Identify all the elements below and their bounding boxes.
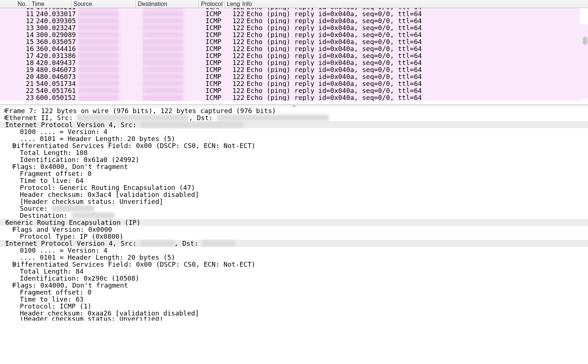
packet-list-body[interactable]: 10179.989211ICMP122Echo (ping) reply id=… xyxy=(0,8,588,104)
chevron-right-icon[interactable]: ▶ xyxy=(0,260,12,267)
packet-list-header[interactable]: No. Time Source Destination Protocol Len… xyxy=(0,0,588,8)
cell-info: Echo (ping) reply id=0x040a, seq=0/0, tt… xyxy=(247,52,588,59)
packet-row[interactable]: 21540.051734ICMP122Echo (ping) reply id=… xyxy=(0,80,588,87)
tree-row[interactable]: ▶Total Length: 84 xyxy=(0,268,588,275)
tree-row[interactable]: ▶Protocol: Generic Routing Encapsulation… xyxy=(0,184,588,191)
col-header-source[interactable]: Source xyxy=(71,0,136,8)
tree-row[interactable]: ▶Protocol: ICMP (1) xyxy=(0,303,588,310)
chevron-down-icon[interactable]: ▼ xyxy=(0,121,5,128)
col-header-protocol[interactable]: Protocol xyxy=(199,0,225,8)
pane-splitter[interactable] xyxy=(0,105,588,107)
chevron-right-icon[interactable]: ▶ xyxy=(0,163,12,170)
cell-len: 122 xyxy=(231,38,247,45)
cell-source xyxy=(78,73,142,80)
tree-label: Time to live: 63 xyxy=(20,296,83,303)
tree-row[interactable]: ▶.... 0101 = Header Length: 20 bytes (5) xyxy=(0,135,588,142)
tree-row[interactable]: ▶Fragment offset: 0 xyxy=(0,170,588,177)
tree-row[interactable]: ▶[Header checksum status: Unverified] xyxy=(0,198,588,205)
cell-source xyxy=(78,52,142,59)
chevron-right-icon[interactable]: ▶ xyxy=(0,226,12,233)
packet-list-scrollbar[interactable] xyxy=(580,8,588,104)
tree-row[interactable]: ▼Generic Routing Encapsulation (IP) xyxy=(0,219,588,226)
cell-destination xyxy=(142,10,205,17)
col-header-time[interactable]: Time xyxy=(29,0,71,8)
cell-time: 540.051734 xyxy=(36,80,78,87)
cell-no: 21 xyxy=(7,80,36,87)
tree-row[interactable]: ▶Identification: 0x61a0 (24992) xyxy=(0,156,588,163)
chevron-right-icon[interactable]: ▶ xyxy=(0,107,5,114)
packet-row[interactable]: 11240.033017ICMP122Echo (ping) reply id=… xyxy=(0,10,588,17)
tree-row[interactable]: ▶Identification: 0x290c (10508) xyxy=(0,275,588,282)
chevron-placeholder: ▶ xyxy=(0,191,20,198)
packet-row[interactable]: 15360.035057ICMP122Echo (ping) reply id=… xyxy=(0,38,588,45)
tree-row[interactable]: ▶Protocol Type: IP (0x0800) xyxy=(0,233,588,240)
packet-list-pane[interactable]: No. Time Source Destination Protocol Len… xyxy=(0,0,588,105)
tree-row[interactable]: ▶0100 .... = Version: 4 xyxy=(0,128,588,135)
cell-len: 122 xyxy=(231,80,247,87)
tree-row[interactable]: ▶Header checksum: 0x3ac4 [validation dis… xyxy=(0,191,588,198)
col-header-length[interactable]: Length xyxy=(225,0,240,8)
tree-row[interactable]: ▼Internet Protocol Version 4, Src: , Dst… xyxy=(0,240,588,247)
scroll-thumb[interactable] xyxy=(583,37,587,45)
tree-label: Protocol: Generic Routing Encapsulation … xyxy=(20,184,195,191)
chevron-down-icon[interactable]: ▼ xyxy=(0,219,5,226)
cell-info: Echo (ping) reply id=0x040a, seq=0/0, tt… xyxy=(247,17,588,24)
chevron-placeholder: ▶ xyxy=(0,233,20,239)
tree-label: Identification: 0x290c (10508) xyxy=(20,275,139,282)
tree-row[interactable]: ▶Source: xyxy=(0,205,588,212)
chevron-down-icon[interactable]: ▼ xyxy=(0,239,5,246)
tree-row[interactable]: ▶0100 .... = Version: 4 xyxy=(0,247,588,254)
tree-row[interactable]: ▶Differentiated Services Field: 0x00 (DS… xyxy=(0,261,588,268)
col-header-info[interactable]: Info xyxy=(240,0,588,8)
chevron-right-icon[interactable]: ▶ xyxy=(0,142,12,149)
tree-row[interactable]: ▶Frame 7: 122 bytes on wire (976 bits), … xyxy=(0,107,588,114)
cell-time: 360.044416 xyxy=(36,45,78,52)
packet-row[interactable]: 18420.049437ICMP122Echo (ping) reply id=… xyxy=(0,59,588,66)
tree-row[interactable]: ▼Internet Protocol Version 4, Src: xyxy=(0,121,588,128)
packet-row[interactable]: 17420.031386ICMP122Echo (ping) reply id=… xyxy=(0,52,588,59)
packet-row[interactable]: 22540.051761ICMP122Echo (ping) reply id=… xyxy=(0,87,588,94)
packet-details-pane[interactable]: ▶Frame 7: 122 bytes on wire (976 bits), … xyxy=(0,107,588,364)
cell-no: 20 xyxy=(7,73,36,80)
packet-row[interactable]: 20480.046073ICMP122Echo (ping) reply id=… xyxy=(0,73,588,80)
col-header-destination[interactable]: Destination xyxy=(136,0,199,8)
tree-row[interactable]: ▶Destination: xyxy=(0,212,588,219)
chevron-placeholder: ▶ xyxy=(0,212,20,219)
cell-no: 19 xyxy=(7,66,36,73)
tree-row[interactable]: ▶Differentiated Services Field: 0x00 (DS… xyxy=(0,142,588,149)
packet-row[interactable]: 13300.023247ICMP122Echo (ping) reply id=… xyxy=(0,24,588,31)
packet-row[interactable]: 16360.044416ICMP122Echo (ping) reply id=… xyxy=(0,45,588,52)
tree-row[interactable]: ▶Flags: 0x4000, Don't fragment xyxy=(0,163,588,170)
packet-row[interactable]: 19480.046073ICMP122Echo (ping) reply id=… xyxy=(0,66,588,73)
tree-row[interactable]: ▶Fragment offset: 0 xyxy=(0,289,588,296)
packet-row[interactable]: 12240.039305ICMP122Echo (ping) reply id=… xyxy=(0,17,588,24)
chevron-placeholder: ▶ xyxy=(0,309,20,316)
chevron-placeholder: ▶ xyxy=(0,156,20,163)
tree-row[interactable]: ▶Total Length: 108 xyxy=(0,149,588,156)
cell-source xyxy=(78,24,142,31)
cell-len: 122 xyxy=(231,10,247,17)
tree-label: Differentiated Services Field: 0x00 (DSC… xyxy=(12,142,255,149)
chevron-placeholder: ▶ xyxy=(0,253,20,260)
tree-label-suffix: , Dst: xyxy=(174,240,202,247)
tree-row[interactable]: ▶Ethernet II, Src: , Dst: xyxy=(0,114,588,121)
tree-row[interactable]: ▶Flags: 0x4000, Don't fragment xyxy=(0,282,588,289)
tree-row[interactable]: ▶Time to live: 64 xyxy=(0,177,588,184)
chevron-right-icon[interactable]: ▶ xyxy=(0,281,12,288)
tree-row[interactable]: ▶Flags and Version: 0x0000 xyxy=(0,226,588,233)
chevron-right-icon[interactable]: ▶ xyxy=(0,114,5,121)
packet-row[interactable]: 23600.050152ICMP122Echo (ping) reply id=… xyxy=(0,94,588,101)
tree-row[interactable]: ▶.... 0101 = Header Length: 20 bytes (5) xyxy=(0,254,588,261)
packet-row[interactable]: 14300.029089ICMP122Echo (ping) reply id=… xyxy=(0,31,588,38)
col-header-no[interactable]: No. xyxy=(0,0,29,8)
redacted-source xyxy=(78,17,119,24)
tree-label: Ethernet II, Src: xyxy=(5,114,77,121)
cell-info: Echo (ping) reply id=0x040a, seq=0/0, tt… xyxy=(247,87,588,94)
cell-info: Echo (ping) reply id=0x040a, seq=0/0, tt… xyxy=(247,24,588,31)
cell-no: 18 xyxy=(7,59,36,66)
tree-row[interactable]: ▶Time to live: 63 xyxy=(0,296,588,303)
tree-row[interactable]: ▶[Header checksum status: Unverified] xyxy=(0,317,588,321)
chevron-placeholder: ▶ xyxy=(0,302,20,309)
cell-proto: ICMP xyxy=(205,10,231,17)
tree-row[interactable]: ▶Header checksum: 0xaa26 [validation dis… xyxy=(0,310,588,317)
